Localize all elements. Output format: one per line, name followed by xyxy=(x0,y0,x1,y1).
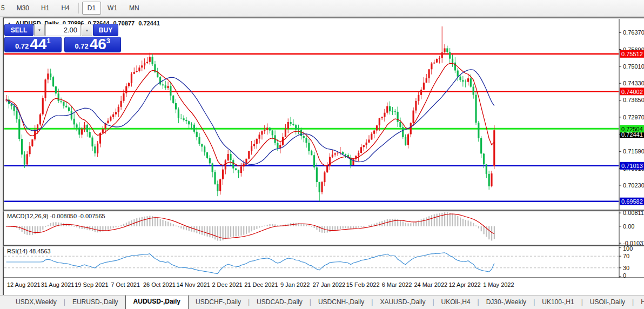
tab-eurusd-daily[interactable]: EURUSD-,Daily xyxy=(65,295,125,309)
svg-text:30: 30 xyxy=(623,265,629,271)
symbol-tabbar: USDX,Weekly|EURUSD-,DailyAUDUSD-,DailyUS… xyxy=(0,295,644,309)
date-label: 15 Feb 2022 xyxy=(346,281,380,288)
date-label: 21 Dec 2021 xyxy=(244,281,278,288)
timeframe-button-m30[interactable]: M30 xyxy=(11,2,35,15)
buy-price-base: 0.72 xyxy=(75,43,88,51)
svg-text:0.72970: 0.72970 xyxy=(623,114,644,120)
svg-text:0.75512: 0.75512 xyxy=(621,51,643,57)
svg-text:0.73650: 0.73650 xyxy=(623,97,644,103)
date-label: 27 Jan 2022 xyxy=(313,281,346,288)
tab-ukoil-h4[interactable]: UKOil-,H4 xyxy=(434,295,478,309)
date-label: 14 Nov 2021 xyxy=(177,281,210,288)
svg-text:0.72504: 0.72504 xyxy=(621,126,643,132)
tab-usdx-weekly[interactable]: USDX,Weekly xyxy=(9,295,64,309)
chevron-up-icon: ▲ xyxy=(85,29,89,32)
tab-uk100-h1[interactable]: UK100-,H1 xyxy=(535,295,581,309)
timeframe-toolbar: 5M30H1H4D1W1MN xyxy=(0,0,644,17)
tab-dj30-weekly[interactable]: DJ30-,Weekly xyxy=(479,295,533,309)
volume-input[interactable] xyxy=(45,24,81,36)
svg-text:0.75010: 0.75010 xyxy=(623,63,644,70)
timeframe-button-5[interactable]: 5 xyxy=(0,2,10,15)
svg-text:0.00811: 0.00811 xyxy=(623,210,644,216)
buy-price-pipette: 3 xyxy=(106,37,110,44)
ohlc-close: 0.72441 xyxy=(138,20,160,26)
tab-usdchf-daily[interactable]: USDCHF-,Daily xyxy=(189,295,248,309)
date-label: 12 Aug 2021 xyxy=(7,281,41,288)
timeframe-button-w1[interactable]: W1 xyxy=(102,2,123,15)
svg-text:0: 0 xyxy=(623,272,626,279)
tab-xauusd-daily[interactable]: XAUUSD-,Daily xyxy=(373,295,432,309)
sell-price-pipette: 1 xyxy=(46,37,50,44)
tab-audusd-daily[interactable]: AUDUSD-,Daily xyxy=(125,295,189,309)
buy-price-display[interactable]: 0.72463 xyxy=(64,37,122,52)
date-label: 24 Mar 2022 xyxy=(414,281,447,288)
timeframe-button-h4[interactable]: H4 xyxy=(56,2,75,15)
rsi-label: RSI(14) 48.4563 xyxy=(7,248,51,254)
volume-decrease-button[interactable]: ▼ xyxy=(34,24,45,36)
sell-price-base: 0.72 xyxy=(15,43,29,51)
date-label: 19 Sep 2021 xyxy=(75,281,108,288)
tab-usoil-daily[interactable]: USOil-,Daily xyxy=(583,295,632,309)
toolbar-separator xyxy=(78,3,79,14)
timeframe-button-mn[interactable]: MN xyxy=(124,2,145,15)
svg-text:0.71013: 0.71013 xyxy=(621,163,643,169)
timeframe-button-h1[interactable]: H1 xyxy=(36,2,55,15)
date-label: 31 Aug 2021 xyxy=(41,281,75,288)
chevron-down-icon: ▼ xyxy=(38,29,41,32)
svg-text:100: 100 xyxy=(623,245,633,252)
one-click-trading-panel: SELL ▼ ▲ BUY 0.72441 0.72463 xyxy=(4,24,121,52)
date-label: 26 Oct 2021 xyxy=(143,281,176,288)
timeframe-button-d1[interactable]: D1 xyxy=(82,2,101,15)
svg-text:0.74002: 0.74002 xyxy=(621,89,643,95)
sell-price-display[interactable]: 0.72441 xyxy=(4,37,62,52)
tab-hk50[interactable]: HK50-, xyxy=(634,295,644,309)
svg-text:0.69582: 0.69582 xyxy=(621,198,643,205)
buy-price-big: 46 xyxy=(90,38,106,51)
svg-text:0.70230: 0.70230 xyxy=(623,182,644,189)
date-label: 12 Apr 2022 xyxy=(448,281,480,288)
svg-text:0.74330: 0.74330 xyxy=(623,80,644,86)
date-label: 9 Jan 2022 xyxy=(280,281,310,288)
tab-usdcnh-daily[interactable]: USDCNH-,Daily xyxy=(311,295,371,309)
svg-text:70: 70 xyxy=(623,253,629,259)
date-label: 1 May 2022 xyxy=(483,281,514,288)
date-label: 6 Mar 2022 xyxy=(382,281,412,288)
volume-increase-button[interactable]: ▲ xyxy=(82,24,92,36)
date-label: 7 Oct 2021 xyxy=(111,281,140,288)
svg-text:0.00: 0.00 xyxy=(623,223,634,230)
svg-text:0.76370: 0.76370 xyxy=(623,29,644,36)
tab-usdcad-daily[interactable]: USDCAD-,Daily xyxy=(250,295,310,309)
date-label: 2 Dec 2021 xyxy=(212,281,242,288)
macd-label: MACD(12,26,9) -0.008050 -0.007565 xyxy=(7,213,105,219)
sell-price-big: 44 xyxy=(30,38,46,51)
sell-button[interactable]: SELL xyxy=(4,24,33,36)
buy-button[interactable]: BUY xyxy=(93,24,118,36)
svg-text:0.71590: 0.71590 xyxy=(623,148,644,154)
